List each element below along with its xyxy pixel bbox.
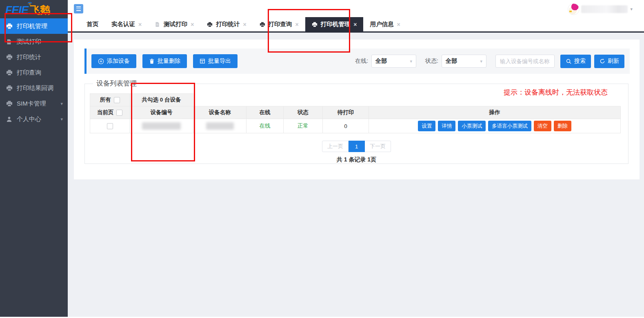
chevron-down-icon: ▾ [60, 101, 63, 106]
clear-button[interactable]: 清空 [534, 121, 551, 131]
chevron-down-icon: ▾ [60, 117, 63, 122]
top-header: ▾ [68, 0, 644, 18]
document-icon [6, 38, 13, 45]
main-panel: 添加设备 批量删除 批量导出 在线: 全部 [74, 40, 640, 179]
device-code-cell [130, 119, 193, 133]
section-title: 设备列表管理 [93, 79, 140, 88]
sidebar-toggle-button[interactable] [74, 4, 83, 13]
refresh-icon [600, 58, 605, 64]
next-page-button[interactable]: 下一页 [365, 141, 391, 152]
export-grid-icon [200, 58, 205, 64]
tab-print-statistics[interactable]: 打印统计 × [200, 17, 253, 31]
app-window: FEIE 飞鹅 打印机管理 测试打印 [0, 0, 644, 318]
column-header-device-code: 设备编号 [130, 106, 193, 119]
tab-label: 打印统计 [216, 20, 240, 28]
search-button[interactable]: 搜索 [560, 55, 591, 68]
table-header-row-selection: 所有 共勾选 0 台设备 [90, 93, 621, 106]
tab-test-print[interactable]: 测试打印 × [148, 17, 200, 31]
status-filter-select[interactable]: 全部 ▾ [442, 55, 486, 68]
details-button[interactable]: 详情 [438, 121, 455, 131]
search-icon [566, 58, 572, 64]
pending-print-count: 0 [323, 119, 369, 133]
device-name-cell [193, 119, 246, 133]
username-redacted [581, 5, 628, 13]
trash-icon [149, 58, 155, 64]
sidebar-item-test-print[interactable]: 测试打印 [0, 34, 68, 49]
column-header-actions: 操作 [369, 106, 621, 119]
device-status-value: 正常 [284, 119, 323, 133]
column-header-online: 在线 [246, 106, 284, 119]
user-menu[interactable]: ▾ [568, 3, 633, 15]
tab-home[interactable]: 首页 [80, 17, 105, 31]
sidebar-item-print-query[interactable]: 打印查询 [0, 65, 68, 80]
sidebar-item-label: 个人中心 [17, 115, 41, 123]
select-all-cell: 所有 [90, 93, 130, 106]
row-actions-cell: 设置 详情 小票测试 多语言小票测试 清空 删除 [369, 119, 621, 133]
tab-printer-management[interactable]: 打印机管理 × [305, 17, 364, 31]
brand-logo: FEIE 飞鹅 [5, 2, 50, 16]
sidebar-item-print-result-callback[interactable]: 打印结果回调 [0, 80, 68, 96]
column-header-status: 状态 [284, 106, 323, 119]
sidebar-item-label: 打印机管理 [17, 22, 47, 30]
records-summary: 共 1 条记录 1页 [85, 156, 628, 163]
tab-label: 用户信息 [370, 20, 393, 28]
toolbar-left-buttons: 添加设备 批量删除 批量导出 [91, 54, 238, 68]
batch-delete-button[interactable]: 批量删除 [142, 54, 187, 68]
tab-user-info[interactable]: 用户信息 × [363, 17, 406, 31]
prev-page-button[interactable]: 上一页 [322, 141, 349, 152]
sidebar-item-printer-management[interactable]: 打印机管理 [0, 18, 68, 34]
close-icon[interactable]: × [243, 22, 246, 27]
sidebar-item-personal-center[interactable]: 个人中心 ▾ [0, 111, 68, 127]
column-header-pending: 待打印 [323, 106, 369, 119]
delete-button[interactable]: 删除 [554, 121, 571, 131]
printer-icon [6, 69, 13, 76]
tab-label: 打印查询 [269, 20, 292, 28]
column-header-device-name: 设备名称 [193, 106, 246, 119]
selected-summary: 共勾选 0 台设备 [142, 96, 181, 104]
device-code-redacted [142, 122, 181, 130]
printer-icon [6, 100, 13, 107]
chevron-down-icon: ▾ [630, 7, 633, 12]
current-page-button[interactable]: 1 [349, 141, 365, 152]
printer-icon [260, 21, 266, 27]
current-page-checkbox[interactable] [116, 110, 122, 116]
tab-bar: 首页 实名认证 × 测试打印 × 打印统计 × 打印查询 × [68, 17, 644, 33]
sidebar-item-label: 打印统计 [17, 53, 41, 61]
multilang-receipt-test-button[interactable]: 多语言小票测试 [488, 121, 531, 131]
printer-icon [207, 21, 213, 27]
tab-print-query[interactable]: 打印查询 × [253, 17, 305, 31]
tab-real-name-auth[interactable]: 实名认证 × [105, 17, 148, 31]
device-list-section: 设备列表管理 提示：设备离线时，无法获取状态 所有 共勾选 0 台设备 当 [84, 84, 628, 164]
sidebar-item-label: 测试打印 [17, 38, 41, 46]
toolbar: 添加设备 批量删除 批量导出 在线: 全部 [84, 49, 630, 74]
document-icon [155, 21, 161, 27]
sidebar-item-label: 打印结果回调 [17, 84, 53, 92]
pagination: 上一页 1 下一页 [85, 141, 628, 152]
close-icon[interactable]: × [191, 22, 194, 27]
close-icon[interactable]: × [138, 22, 142, 27]
tab-label: 首页 [87, 20, 98, 28]
select-all-checkbox[interactable] [114, 97, 120, 103]
settings-button[interactable]: 设置 [418, 121, 435, 131]
sidebar-item-print-statistics[interactable]: 打印统计 [0, 49, 68, 65]
current-page-label: 当前页 [97, 109, 114, 116]
printer-icon [6, 54, 13, 60]
row-checkbox[interactable] [107, 123, 113, 129]
close-icon[interactable]: × [295, 22, 299, 27]
close-icon[interactable]: × [397, 22, 400, 27]
avatar [568, 3, 580, 15]
sidebar-item-sim-card-management[interactable]: SIM卡管理 ▾ [0, 96, 68, 111]
row-select-cell [90, 119, 130, 133]
close-icon[interactable]: × [353, 22, 357, 27]
device-table: 所有 共勾选 0 台设备 当前页 设备编号 设备名称 在线 [90, 93, 621, 133]
receipt-test-button[interactable]: 小票测试 [458, 121, 486, 131]
user-icon [6, 116, 13, 122]
batch-export-button[interactable]: 批量导出 [193, 54, 238, 68]
select-all-label: 所有 [100, 96, 111, 104]
sidebar-menu: 打印机管理 测试打印 打印统计 打印查询 [0, 18, 68, 127]
sidebar-item-label: SIM卡管理 [17, 100, 46, 108]
refresh-button[interactable]: 刷新 [594, 55, 624, 68]
device-search-input[interactable] [495, 55, 555, 68]
add-device-button[interactable]: 添加设备 [91, 54, 136, 68]
online-filter-select[interactable]: 全部 ▾ [371, 55, 416, 68]
